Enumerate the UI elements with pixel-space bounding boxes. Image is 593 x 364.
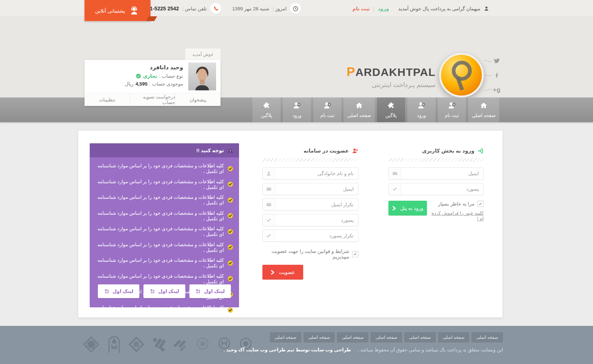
nav-label: صفحه اصلی [472,113,496,118]
link-button-2[interactable]: لینک اول [143,284,185,298]
register-email-input[interactable] [275,183,358,195]
link-button-1[interactable]: لینک اول [189,284,231,298]
bank-logo-3-icon [195,335,211,354]
notice-item-text: کلیه اطلاعات و مشخصات فردی خود را بر اسا… [95,210,224,221]
profile-card-main: وحید دانافرد نوع حساب : تجاری موجودی حسا… [85,60,221,106]
login-link[interactable]: ورود [378,6,389,11]
register-password-input[interactable] [275,214,358,226]
profile-name: وحید دانافرد [125,64,183,71]
logo-rest: ARDAKHTPAL [355,66,435,78]
notice-item-text: کلیه اطلاعات و مشخصات فردی خود را بر اسا… [95,257,224,268]
user-plus-icon [447,101,456,110]
link-button-label: لینک اول [158,288,179,294]
notice-item: کلیه اطلاعات و مشخصات فردی خود را بر اسا… [95,226,233,237]
key-icon [389,183,401,195]
clock-icon [290,3,301,14]
register-password-repeat-field [262,230,358,242]
nav-home-1[interactable]: صفحه اصلی [468,97,499,122]
nav-register-2[interactable]: ثبت نام [313,97,341,122]
login-submit-label: ورود به پنل [400,205,423,211]
register-form: عضویت در سامانه شرایط و قوانین سایت را ج… [262,147,358,280]
phone-icon [210,3,221,14]
notice-header: توجه کنید !! [90,143,239,157]
notice-item-text: کلیه اطلاعات و مشخصات فردی خود را بر اسا… [95,273,224,284]
register-password-repeat-input[interactable] [275,230,358,241]
topbar-user-area: میهمان گرامی به پرداخت پال خوش آمدید ورو… [352,0,489,17]
login-submit-button[interactable]: ورود به پنل [388,201,427,216]
nav-login-1[interactable]: ورود [407,97,435,122]
login-title: ورود به بخش کاربری [422,148,474,154]
footer-home-button-1[interactable]: صفحه اصلی [471,332,503,343]
forgot-password-link[interactable]: کلمه عبور را فراموش کرده ام ! [427,210,484,221]
settlement-request-link[interactable]: درخواست تسویه حساب [130,93,176,106]
credit-text: طراحی وب سایت توسط تیم طراحی وب سایت آک … [223,347,351,353]
social-links: g+ [492,56,501,94]
dashboard-link[interactable]: پیشخوان [175,93,221,106]
register-submit-button[interactable]: عضویت [262,265,303,280]
nav-plugin-2[interactable]: پلاگین [252,97,281,122]
user-plus-icon [352,148,358,154]
nav-plugin-1[interactable]: پلاگین [377,97,405,122]
hatch-divider [262,158,358,161]
bank-logo-6-icon [128,335,145,354]
remember-label: مرا به خاطر بسپار [438,201,474,207]
nav-home-2[interactable]: صفحه اصلی [344,97,375,122]
footer-home-button-3[interactable]: صفحه اصلی [404,332,436,343]
nav-login-2[interactable]: ورود [283,97,311,122]
logo: PARDAKHTPAL سیستم پـرداخت اینترنتی [347,64,435,89]
online-support-ribbon[interactable]: پشتیبانی آنلاین [85,0,150,21]
user-icon [484,6,489,11]
check-circle-icon [227,260,233,266]
link-button-label: لینک اول [113,288,133,294]
external-link-icon [195,288,201,294]
verified-check-icon [136,73,141,79]
login-password-input[interactable] [401,183,483,195]
link-button-label: لینک اول [204,288,225,294]
register-email-field [262,183,358,195]
account-type-label: نوع حساب : [159,73,183,79]
fullname-input[interactable] [275,168,358,179]
key-icon [263,214,275,226]
check-circle-icon [227,228,233,235]
puzzle-icon [387,101,395,110]
balance-label: موجودی حساب : [149,81,183,87]
footer-home-button-2[interactable]: صفحه اصلی [438,332,470,343]
phone-label: تلفن تماس : [182,6,207,11]
login-password-field [388,183,484,195]
facebook-icon[interactable] [492,71,501,80]
footer-home-button-4[interactable]: صفحه اصلی [371,332,402,343]
nav-items: صفحه اصلی ثبت نام ورود پلاگین صفحه اصلی … [252,97,499,122]
terms-checkbox[interactable] [352,251,358,257]
notice-item: کلیه اطلاعات و مشخصات فردی خود را بر اسا… [95,257,233,268]
logo-wordmark: PARDAKHTPAL [347,64,435,79]
envelope-icon [263,183,275,195]
check-circle-icon [227,166,233,172]
logo-letter-p: P [347,64,355,79]
settings-link[interactable]: تنظیمات [85,93,130,106]
nav-label: ثبت نام [320,113,334,118]
footer-home-button-5[interactable]: صفحه اصلی [337,332,368,343]
twitter-icon[interactable] [492,56,501,65]
notice-item: کلیه اطلاعات و مشخصات فردی خود را بر اسا… [95,194,233,206]
notice-item-text: کلیه اطلاعات و مشخصات فردی خود را بر اسا… [95,194,224,206]
check-circle-icon [227,181,233,187]
register-email-repeat-input[interactable] [275,199,358,210]
login-title-row: ورود به بخش کاربری [388,147,484,154]
google-plus-icon[interactable]: g+ [492,85,501,94]
footer-home-button-7[interactable]: صفحه اصلی [270,332,301,343]
date-group: امروز : شنبه 26 مهر 1399 [232,0,301,17]
register-link[interactable]: ثبت نام [352,6,370,11]
check-circle-icon [227,213,233,219]
link-button-3[interactable]: لینک اول [98,284,139,298]
terms-label: شرایط و قوانین سایت را جهت عضویت میپذیری… [262,248,349,260]
check-circle-icon [227,197,233,203]
login-email-input[interactable] [401,168,483,179]
user-login-icon [417,101,426,110]
account-type-value: تجاری [143,73,158,79]
chevron-icon [271,270,275,275]
profile-welcome-tab: خوش آمدید [185,49,221,60]
footer-home-button-6[interactable]: صفحه اصلی [304,332,335,343]
nav-register-1[interactable]: ثبت نام [438,97,466,122]
notice-title: توجه کنید !! [196,147,224,153]
remember-checkbox[interactable] [477,201,484,207]
